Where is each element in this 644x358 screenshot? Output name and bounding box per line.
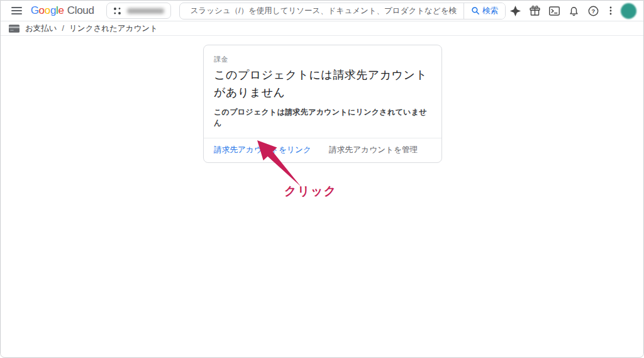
logo-letter: g	[50, 4, 56, 17]
card-subtitle: このプロジェクトは請求先アカウントにリンクされていません	[214, 107, 431, 128]
search-input[interactable]	[180, 3, 464, 19]
breadcrumb-item-payments[interactable]: お支払い	[25, 23, 57, 34]
logo-letter: e	[58, 4, 64, 17]
search-bar: 検索	[179, 3, 506, 20]
hamburger-icon	[11, 7, 22, 14]
more-vertical-icon	[605, 5, 616, 16]
logo-letter: o	[39, 4, 45, 17]
header-action-icons: ?	[506, 1, 638, 20]
breadcrumb-separator: /	[62, 24, 64, 33]
gemini-button[interactable]	[506, 1, 525, 20]
project-selector-button[interactable]	[106, 3, 171, 19]
logo-cloud-word: Cloud	[67, 4, 94, 17]
card-actions: 請求先アカウントをリンク 請求先アカウントを管理	[204, 138, 441, 162]
billing-card-icon	[9, 25, 19, 33]
svg-text:?: ?	[592, 7, 596, 14]
hamburger-menu-button[interactable]	[7, 2, 27, 20]
help-icon: ?	[587, 5, 599, 17]
annotation-click-label: クリック	[284, 183, 337, 199]
search-icon	[471, 6, 480, 15]
search-button[interactable]: 検索	[464, 3, 505, 19]
card-overline: 課金	[214, 55, 431, 64]
logo-letter: G	[31, 4, 39, 17]
google-cloud-logo[interactable]: Google Cloud	[31, 4, 94, 17]
promotions-button[interactable]	[525, 1, 545, 20]
cloud-shell-icon	[548, 5, 560, 17]
search-button-label: 検索	[482, 6, 498, 16]
logo-letter: o	[45, 4, 50, 17]
project-name-redacted	[127, 8, 164, 14]
avatar	[621, 3, 636, 19]
help-button[interactable]: ?	[584, 1, 603, 20]
notifications-button[interactable]	[564, 1, 584, 20]
breadcrumb: お支払い / リンクされたアカウント	[1, 21, 643, 36]
manage-billing-accounts-button[interactable]: 請求先アカウントを管理	[329, 145, 418, 155]
account-avatar-button[interactable]	[618, 1, 638, 20]
billing-status-card: 課金 このプロジェクトには請求先アカウントがありません このプロジェクトは請求先…	[203, 45, 442, 163]
gemini-sparkle-icon	[509, 5, 521, 17]
gift-icon	[529, 5, 541, 17]
breadcrumb-item-linked-accounts: リンクされたアカウント	[69, 23, 158, 34]
project-icon	[113, 7, 121, 15]
cloud-shell-button[interactable]	[545, 1, 564, 20]
main-content: 課金 このプロジェクトには請求先アカウントがありません このプロジェクトは請求先…	[1, 36, 643, 357]
card-title: このプロジェクトには請求先アカウントがありません	[214, 67, 431, 101]
more-options-button[interactable]	[603, 1, 618, 20]
browser-viewport: Google Cloud	[0, 0, 644, 358]
top-app-bar: Google Cloud	[1, 1, 643, 21]
bell-icon	[568, 5, 580, 17]
